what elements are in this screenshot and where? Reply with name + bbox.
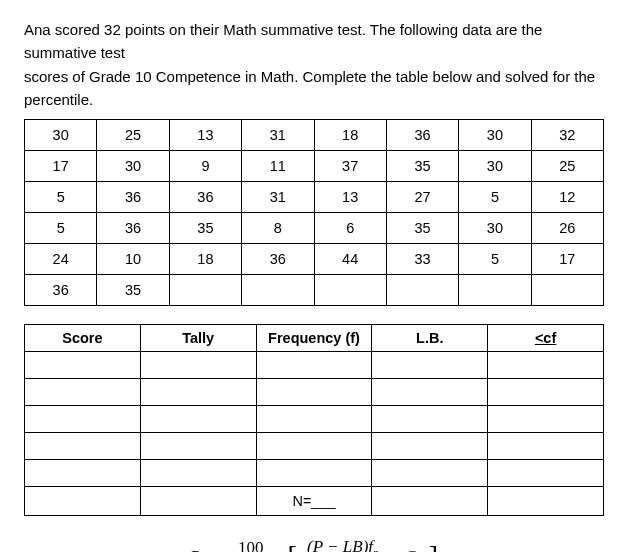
data-cell: 44: [314, 244, 386, 275]
problem-intro: Ana scored 32 points on their Math summa…: [24, 18, 604, 111]
data-cell: 10: [97, 244, 169, 275]
data-cell: [242, 275, 314, 306]
table-row: 3635: [25, 275, 604, 306]
data-cell: 37: [314, 151, 386, 182]
data-cell: 9: [169, 151, 241, 182]
frac1-num: 100: [235, 539, 267, 552]
table-row: 53636311327512: [25, 182, 604, 213]
data-cell: 30: [459, 120, 531, 151]
data-cell: 18: [314, 120, 386, 151]
data-cell: 13: [314, 182, 386, 213]
scores-data-table: 3025133118363032173091137353025536363113…: [24, 119, 604, 306]
data-cell: 5: [25, 213, 97, 244]
intro-line-2: scores of Grade 10 Competence in Math. C…: [24, 68, 595, 85]
col-lb: L.B.: [372, 325, 488, 352]
intro-line-3: percentile.: [24, 91, 93, 108]
data-cell: 27: [386, 182, 458, 213]
data-cell: 5: [25, 182, 97, 213]
sym-plus-C: + C: [389, 547, 416, 552]
data-cell: 35: [97, 275, 169, 306]
frac-inner: (P − LB)fp i: [304, 538, 381, 552]
data-cell: 17: [531, 244, 603, 275]
n-total-cell: N=___: [256, 487, 372, 516]
freq-row: [25, 379, 604, 406]
sym-P: P: [190, 547, 200, 552]
freq-header-row: Score Tally Frequency (f) L.B. <cf: [25, 325, 604, 352]
col-cf: <cf: [488, 325, 604, 352]
right-bracket-icon: ]: [429, 540, 438, 552]
data-cell: 36: [242, 244, 314, 275]
freq-row: [25, 433, 604, 460]
frac-100-over-N: 100 N: [235, 539, 267, 552]
freq-row: [25, 460, 604, 487]
data-cell: 36: [169, 182, 241, 213]
data-cell: 8: [242, 213, 314, 244]
table-row: 3025133118363032: [25, 120, 604, 151]
table-row: 241018364433517: [25, 244, 604, 275]
freq-row: [25, 406, 604, 433]
data-cell: 31: [242, 120, 314, 151]
sym-equals: =: [218, 547, 232, 552]
data-cell: 30: [459, 213, 531, 244]
left-bracket-icon: [: [288, 540, 297, 552]
percentile-formula: PPR = 100 N + [ (P − LB)fp i + Cfp ]: [24, 538, 604, 552]
data-cell: 36: [386, 120, 458, 151]
data-cell: 30: [25, 120, 97, 151]
data-cell: 35: [386, 151, 458, 182]
data-cell: 17: [25, 151, 97, 182]
data-cell: 5: [459, 244, 531, 275]
data-cell: 33: [386, 244, 458, 275]
data-cell: 30: [459, 151, 531, 182]
data-cell: 24: [25, 244, 97, 275]
table-row: 5363586353026: [25, 213, 604, 244]
data-cell: [459, 275, 531, 306]
col-score: Score: [25, 325, 141, 352]
data-cell: 11: [242, 151, 314, 182]
data-cell: [531, 275, 603, 306]
data-cell: 5: [459, 182, 531, 213]
inner-num: (P − LB)fp: [304, 538, 381, 552]
col-frequency: Frequency (f): [256, 325, 372, 352]
data-cell: 25: [97, 120, 169, 151]
frequency-table: Score Tally Frequency (f) L.B. <cf N=___: [24, 324, 604, 516]
data-cell: 30: [97, 151, 169, 182]
intro-line-1: Ana scored 32 points on their Math summa…: [24, 21, 542, 61]
data-cell: 35: [386, 213, 458, 244]
table-row: 173091137353025: [25, 151, 604, 182]
col-tally: Tally: [140, 325, 256, 352]
data-cell: [314, 275, 386, 306]
data-cell: [386, 275, 458, 306]
data-cell: 6: [314, 213, 386, 244]
data-cell: 25: [531, 151, 603, 182]
data-cell: [169, 275, 241, 306]
data-cell: 26: [531, 213, 603, 244]
data-cell: 36: [97, 213, 169, 244]
inner-num-sub: p: [373, 546, 379, 552]
data-cell: 35: [169, 213, 241, 244]
data-cell: 31: [242, 182, 314, 213]
sym-plus-1: +: [274, 547, 288, 552]
data-cell: 12: [531, 182, 603, 213]
inner-num-text: (P − LB)f: [307, 537, 373, 552]
data-cell: 36: [25, 275, 97, 306]
data-cell: 18: [169, 244, 241, 275]
freq-row: [25, 352, 604, 379]
freq-total-row: N=___: [25, 487, 604, 516]
cf-label: <cf: [535, 330, 556, 346]
data-cell: 13: [169, 120, 241, 151]
data-cell: 32: [531, 120, 603, 151]
data-cell: 36: [97, 182, 169, 213]
